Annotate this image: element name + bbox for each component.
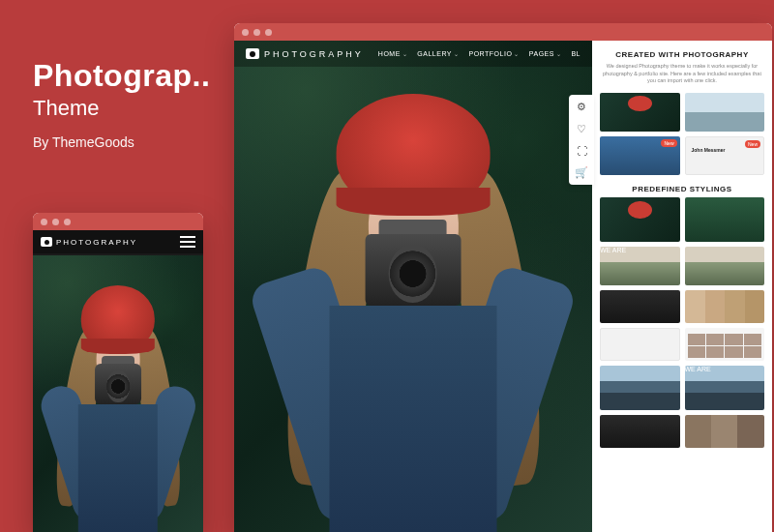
window-dot <box>242 29 249 36</box>
desktop-hero <box>234 41 592 532</box>
expand-icon[interactable]: ⛶ <box>577 145 587 157</box>
style-thumb[interactable] <box>685 197 765 242</box>
demo-thumb[interactable]: New <box>600 136 680 175</box>
window-dot <box>52 219 59 225</box>
promo-subtitle: Theme <box>33 96 210 121</box>
nav-pages[interactable]: PAGES⌄ <box>529 50 562 57</box>
stylings-grid: WE ARE WE ARE <box>600 197 764 448</box>
style-thumb[interactable]: WE ARE <box>685 366 765 410</box>
nav-portfolio[interactable]: PORTFOLIO⌄ <box>469 50 520 57</box>
promo-title: Photograp.. <box>33 58 210 94</box>
window-dot <box>253 29 260 36</box>
desktop-logo[interactable]: PHOTOGRAPHY <box>246 48 364 59</box>
nav-home[interactable]: HOME⌄ <box>378 50 408 57</box>
promo-byline: By ThemeGoods <box>33 134 210 150</box>
style-thumb[interactable] <box>600 290 680 323</box>
desktop-header: PHOTOGRAPHY HOME⌄ GALLERY⌄ PORTFOLIO⌄ PA… <box>234 41 592 67</box>
style-thumb[interactable] <box>600 366 680 410</box>
nav-blog[interactable]: BL <box>571 50 580 57</box>
promo-block: Photograp.. Theme By ThemeGoods <box>33 58 210 150</box>
hamburger-menu-icon[interactable] <box>180 236 195 248</box>
window-dot <box>265 29 272 36</box>
nav-gallery[interactable]: GALLERY⌄ <box>417 50 459 57</box>
info-panel: CREATED WITH PHOTOGRAPHY We designed Pho… <box>592 41 772 532</box>
desktop-frame: PHOTOGRAPHY HOME⌄ GALLERY⌄ PORTFOLIO⌄ PA… <box>234 23 772 532</box>
demo-thumb[interactable]: NewJohn Messmer <box>685 136 765 175</box>
chevron-down-icon: ⌄ <box>402 50 408 57</box>
created-grid: New NewJohn Messmer <box>600 93 764 175</box>
style-thumb[interactable] <box>685 415 765 448</box>
style-thumb[interactable]: WE ARE <box>600 247 680 285</box>
desktop-logo-text: PHOTOGRAPHY <box>264 49 364 59</box>
section-title-stylings: PREDEFINED STYLINGS <box>600 185 764 193</box>
chevron-down-icon: ⌄ <box>514 50 520 57</box>
mobile-logo[interactable]: PHOTOGRAPHY <box>41 237 137 247</box>
style-thumb[interactable] <box>600 197 680 242</box>
desktop-titlebar <box>234 23 772 41</box>
heart-icon[interactable]: ♡ <box>577 123 586 135</box>
new-badge: New <box>745 140 760 148</box>
mobile-viewport: PHOTOGRAPHY <box>33 230 203 532</box>
mobile-titlebar <box>33 213 203 230</box>
style-thumb[interactable] <box>685 290 765 323</box>
desktop-main: PHOTOGRAPHY HOME⌄ GALLERY⌄ PORTFOLIO⌄ PA… <box>234 41 592 532</box>
chevron-down-icon: ⌄ <box>556 50 562 57</box>
gear-icon[interactable]: ⚙ <box>577 101 586 113</box>
window-dot <box>64 219 71 225</box>
cart-icon[interactable]: 🛒 <box>575 166 588 179</box>
mobile-hero <box>33 255 203 532</box>
demo-thumb[interactable] <box>600 93 680 132</box>
main-nav: HOME⌄ GALLERY⌄ PORTFOLIO⌄ PAGES⌄ BL <box>378 50 580 57</box>
mobile-header: PHOTOGRAPHY <box>33 230 203 253</box>
style-thumb[interactable] <box>685 328 765 361</box>
mobile-logo-text: PHOTOGRAPHY <box>56 238 137 247</box>
section-desc: We designed Photography theme to make it… <box>600 63 764 85</box>
side-toolbar: ⚙ ♡ ⛶ 🛒 <box>569 95 594 185</box>
section-title-created: CREATED WITH PHOTOGRAPHY <box>600 50 764 59</box>
new-badge: New <box>661 139 676 147</box>
camera-icon <box>246 48 259 59</box>
window-dot <box>41 219 47 225</box>
chevron-down-icon: ⌄ <box>454 50 460 57</box>
demo-thumb[interactable] <box>685 93 765 132</box>
style-thumb[interactable] <box>600 328 680 361</box>
mobile-frame: PHOTOGRAPHY <box>33 213 203 532</box>
style-thumb[interactable] <box>600 415 680 448</box>
style-thumb[interactable] <box>685 247 765 285</box>
camera-icon <box>41 237 52 247</box>
